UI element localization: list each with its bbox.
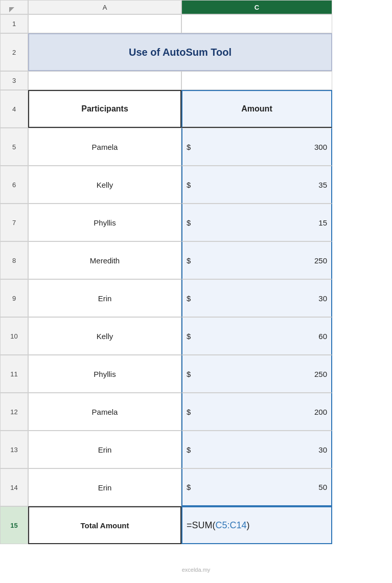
col-a-header[interactable]: A — [28, 0, 181, 14]
row-num-5[interactable]: 5 — [0, 128, 28, 166]
total-label-cell: Total Amount — [28, 506, 181, 544]
row-num-6[interactable]: 6 — [0, 166, 28, 204]
cell-b10[interactable]: Kelly — [28, 317, 181, 355]
cell-b3[interactable] — [28, 71, 181, 90]
cell-b8[interactable]: Meredith — [28, 241, 181, 279]
cell-c3[interactable] — [181, 71, 332, 90]
corner-cell — [0, 0, 28, 14]
cell-c14[interactable]: $ 50 — [181, 468, 332, 506]
row-num-3[interactable]: 3 — [0, 71, 28, 90]
row-num-10[interactable]: 10 — [0, 317, 28, 355]
col-c-header[interactable]: C — [181, 0, 332, 14]
row-num-9[interactable]: 9 — [0, 279, 28, 317]
cell-b12[interactable]: Pamela — [28, 393, 181, 431]
cell-c8[interactable]: $ 250 — [181, 241, 332, 279]
row-num-1[interactable]: 1 — [0, 14, 28, 33]
spreadsheet: A C 1 2 Use of AutoSum Tool 3 4 Particip… — [0, 0, 392, 583]
row-num-12[interactable]: 12 — [0, 393, 28, 431]
participants-header: Participants — [28, 90, 181, 128]
cell-b14[interactable]: Erin — [28, 468, 181, 506]
cell-c12[interactable]: $ 200 — [181, 393, 332, 431]
formula-ref: C5:C14 — [216, 520, 247, 531]
cell-c7[interactable]: $ 15 — [181, 204, 332, 241]
cell-c5[interactable]: $ 300 — [181, 128, 332, 166]
row-num-11[interactable]: 11 — [0, 355, 28, 393]
row-num-13[interactable]: 13 — [0, 431, 28, 468]
cell-b11[interactable]: Phyllis — [28, 355, 181, 393]
row-num-4[interactable]: 4 — [0, 90, 28, 128]
cell-b7[interactable]: Phyllis — [28, 204, 181, 241]
cell-b9[interactable]: Erin — [28, 279, 181, 317]
row-num-7[interactable]: 7 — [0, 204, 28, 241]
formula-prefix: =SUM( — [187, 520, 216, 531]
row-num-15[interactable]: 15 — [0, 506, 28, 544]
formula-suffix: ) — [247, 520, 250, 531]
cell-c13[interactable]: $ 30 — [181, 431, 332, 468]
cell-b1[interactable] — [28, 14, 181, 33]
cell-c11[interactable]: $ 250 — [181, 355, 332, 393]
amount-header: Amount — [181, 90, 332, 128]
cell-c6[interactable]: $ 35 — [181, 166, 332, 204]
row-num-8[interactable]: 8 — [0, 241, 28, 279]
cell-c9[interactable]: $ 30 — [181, 279, 332, 317]
cell-b13[interactable]: Erin — [28, 431, 181, 468]
spreadsheet-grid: A C 1 2 Use of AutoSum Tool 3 4 Particip… — [0, 0, 392, 544]
formula-cell[interactable]: =SUM(C5:C14) — [181, 506, 332, 544]
cell-b5[interactable]: Pamela — [28, 128, 181, 166]
row-num-2[interactable]: 2 — [0, 33, 28, 71]
watermark: excelda.my — [182, 567, 211, 573]
cell-c1[interactable] — [181, 14, 332, 33]
row-num-14[interactable]: 14 — [0, 468, 28, 506]
cell-c10[interactable]: $ 60 — [181, 317, 332, 355]
cell-b6[interactable]: Kelly — [28, 166, 181, 204]
title-cell: Use of AutoSum Tool — [28, 33, 332, 71]
